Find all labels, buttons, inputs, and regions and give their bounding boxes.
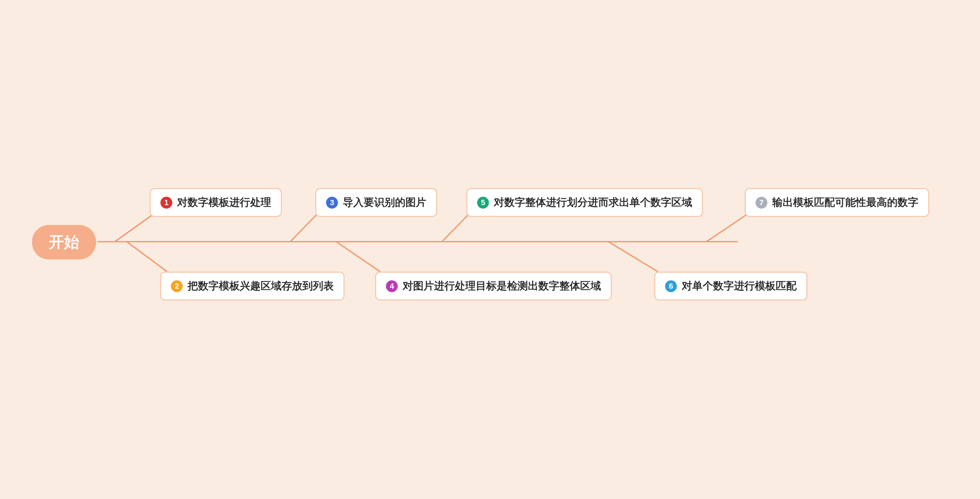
step-num-2: 2 <box>175 282 179 291</box>
svg-line-3 <box>442 213 470 242</box>
step-node-6[interactable]: 6 对单个数字进行模板匹配 <box>654 272 807 301</box>
svg-line-2 <box>290 213 318 242</box>
root-label: 开始 <box>49 232 80 252</box>
step-num-5: 5 <box>481 198 485 207</box>
step-text-3: 导入要识别的图片 <box>343 195 426 210</box>
step-badge-6: 6 <box>665 280 677 292</box>
fishbone-diagram: 开始 1 对数字模板进行处理 3 导入要识别的图片 5 对数字整体进行划分进而求… <box>0 0 980 499</box>
step-text-6: 对单个数字进行模板匹配 <box>682 279 797 293</box>
connector-lines <box>0 0 980 499</box>
step-num-7: 7 <box>759 198 764 207</box>
step-badge-5: 5 <box>477 197 489 209</box>
step-num-4: 4 <box>390 282 394 291</box>
svg-line-4 <box>706 213 749 242</box>
step-badge-3: 3 <box>326 197 338 209</box>
step-node-5[interactable]: 5 对数字整体进行划分进而求出单个数字区域 <box>466 188 703 217</box>
step-text-1: 对数字模板进行处理 <box>177 195 271 210</box>
step-node-3[interactable]: 3 导入要识别的图片 <box>315 188 437 217</box>
step-text-4: 对图片进行处理目标是检测出数字整体区域 <box>402 279 601 293</box>
svg-line-5 <box>127 242 167 272</box>
step-text-5: 对数字整体进行划分进而求出单个数字区域 <box>494 195 692 210</box>
step-text-7: 输出模板匹配可能性最高的数字 <box>772 195 918 210</box>
svg-line-6 <box>336 242 380 272</box>
step-num-6: 6 <box>669 282 673 291</box>
root-node[interactable]: 开始 <box>32 225 96 260</box>
step-badge-1: 1 <box>161 197 172 209</box>
step-node-4[interactable]: 4 对图片进行处理目标是检测出数字整体区域 <box>375 272 612 301</box>
step-node-2[interactable]: 2 把数字模板兴趣区域存放到列表 <box>160 272 345 301</box>
step-node-7[interactable]: 7 输出模板匹配可能性最高的数字 <box>745 188 929 217</box>
svg-line-7 <box>608 242 658 272</box>
svg-line-1 <box>115 213 155 242</box>
step-badge-7: 7 <box>756 197 767 209</box>
step-badge-2: 2 <box>171 280 183 292</box>
step-num-1: 1 <box>164 198 169 207</box>
step-text-2: 把数字模板兴趣区域存放到列表 <box>188 279 334 293</box>
step-num-3: 3 <box>330 198 334 207</box>
step-node-1[interactable]: 1 对数字模板进行处理 <box>150 188 282 217</box>
step-badge-4: 4 <box>386 280 398 292</box>
